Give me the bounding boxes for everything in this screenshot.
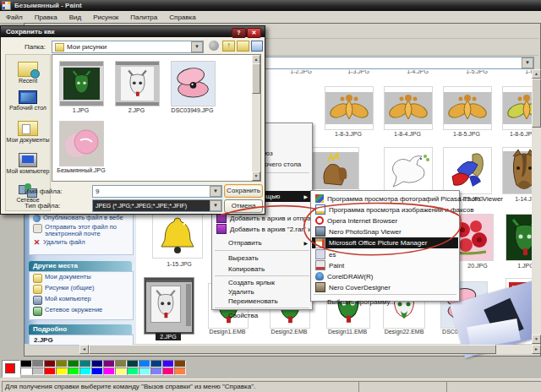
thumbnail-dove[interactable] <box>384 147 433 194</box>
menu-file[interactable]: Файл <box>0 14 29 21</box>
thumbnail-label[interactable]: 1-8-3.JPG <box>325 131 372 137</box>
palette-swatch[interactable] <box>103 368 115 375</box>
views-button[interactable] <box>251 41 263 52</box>
menu-item-choose-program[interactable]: Выбрать программу... <box>312 297 458 307</box>
palette-swatch[interactable] <box>127 360 139 368</box>
help-button[interactable]: ? <box>232 28 246 38</box>
thumbnail-label[interactable]: Design1.EMB <box>205 329 249 335</box>
palette-swatch[interactable] <box>68 368 79 375</box>
thumbnail-label[interactable]: 1-8-5.JPG <box>443 131 490 137</box>
menu-item-delete[interactable]: Удалить <box>213 287 311 297</box>
palette-swatch[interactable] <box>162 368 174 375</box>
filename-input[interactable]: 9 ▼ <box>92 185 222 198</box>
scroll-right-button[interactable]: ► <box>532 345 541 354</box>
menu-item-create-shortcut[interactable]: Создать ярлык <box>213 278 311 287</box>
thumbnail-squirrel[interactable] <box>312 147 359 194</box>
scroll-left-button[interactable]: ◄ <box>79 345 89 354</box>
palette-swatch[interactable] <box>91 368 103 375</box>
file-label[interactable]: 1.JPG <box>59 107 102 113</box>
other-places-header[interactable]: Другие места <box>29 261 132 271</box>
back-button[interactable] <box>209 41 219 51</box>
folder-combobox[interactable]: Мои рисунки ▼ <box>52 41 204 53</box>
up-one-level-button[interactable]: ↑ <box>222 41 235 52</box>
menu-item-picasa-viewer[interactable]: Программа просмотра фотографий Picasa Ph… <box>312 193 458 204</box>
thumbnail-label[interactable]: 1-8-4.JPG <box>384 131 431 137</box>
menu-image[interactable]: Рисунок <box>87 14 124 21</box>
palette-swatch[interactable] <box>150 360 162 368</box>
place-my-documents[interactable]: Мои документы <box>33 274 131 283</box>
thumbnail-flower[interactable] <box>443 86 492 130</box>
thumbnail-label[interactable]: Design22.EMB <box>380 329 428 335</box>
list-scroll-thumb[interactable] <box>252 63 260 94</box>
palette-swatch[interactable] <box>44 360 56 368</box>
selected-file-thumbnail[interactable] <box>145 278 194 334</box>
file-label[interactable]: DSC03949.JPG <box>171 107 214 113</box>
save-button[interactable]: Сохранить <box>224 184 263 198</box>
file-thumbnail[interactable] <box>171 61 216 106</box>
place-my-documents[interactable]: Мои документы <box>6 121 50 143</box>
menu-item-nero-photosnap[interactable]: Nero PhotoSnap Viewer <box>312 226 458 237</box>
palette-swatch[interactable] <box>162 360 174 368</box>
menu-item-copy[interactable]: Копировать <box>213 264 311 274</box>
task-email-file[interactable]: Отправить этот файл по электронной почте <box>33 224 131 237</box>
palette-swatch[interactable] <box>32 368 44 375</box>
horizontal-scrollbar[interactable]: ◄ ► <box>79 345 541 354</box>
current-color-box[interactable] <box>2 360 20 378</box>
palette-row-1[interactable] <box>20 360 186 368</box>
menu-item-windows-picture-viewer[interactable]: Программа просмотра изображений и факсов <box>312 204 458 215</box>
menu-item-cut[interactable]: Вырезать <box>213 253 311 263</box>
palette-swatch[interactable] <box>115 360 127 368</box>
palette-swatch[interactable] <box>20 368 32 375</box>
address-dropdown-button[interactable]: ▼ <box>522 57 533 68</box>
folder-dropdown-button[interactable]: ▼ <box>191 41 203 52</box>
file-thumbnail[interactable] <box>115 61 160 106</box>
palette-swatch[interactable] <box>56 368 68 375</box>
scroll-down-button[interactable]: ▼ <box>532 335 541 344</box>
list-scrollbar[interactable]: ▲ ▼ <box>252 55 260 181</box>
new-folder-button[interactable] <box>237 41 249 52</box>
place-my-computer[interactable]: Мой компьютер <box>6 153 50 174</box>
palette-swatch[interactable] <box>174 360 186 368</box>
thumbnail-bird[interactable] <box>443 147 492 194</box>
menu-item-properties[interactable]: Свойства <box>213 310 311 320</box>
menu-item-paint[interactable]: Paint <box>312 260 458 270</box>
thumbnail-bell[interactable] <box>152 214 203 259</box>
task-publish-file[interactable]: Опубликовать файл в вебе <box>33 215 131 222</box>
menu-edit[interactable]: Правка <box>29 14 63 21</box>
thumbnail-label[interactable]: Design11.EMB <box>324 329 371 335</box>
file-thumbnail[interactable] <box>59 61 104 106</box>
palette-swatch[interactable] <box>91 360 103 368</box>
thumbnail-label[interactable]: 1-15.JPG <box>156 261 203 267</box>
place-my-computer[interactable]: Мой компьютер <box>33 296 131 305</box>
filetype-combobox[interactable]: JPEG (*.JPG;*.JPEG;*.JPE;*.JFIF) ▼ <box>92 199 222 212</box>
dialog-titlebar[interactable]: Сохранить как ? ✕ <box>1 26 265 37</box>
palette-swatch[interactable] <box>103 360 115 368</box>
scroll-down-button[interactable]: ▼ <box>252 172 260 181</box>
paint-titlebar[interactable]: Безымянный - Paint <box>0 0 541 11</box>
palette-swatch[interactable] <box>139 368 150 375</box>
palette-swatch[interactable] <box>79 360 91 368</box>
menu-palette[interactable]: Палитра <box>124 14 163 21</box>
palette-swatch[interactable] <box>56 360 68 368</box>
file-thumbnail[interactable] <box>59 121 104 166</box>
palette-row-2[interactable] <box>20 368 186 375</box>
file-label[interactable]: Безымянный.JPG <box>54 167 108 173</box>
task-delete-file[interactable]: ✕Удалить файл <box>33 239 131 247</box>
selected-file-label[interactable]: 2.JPG <box>156 333 181 340</box>
palette-swatch[interactable] <box>127 368 139 375</box>
thumbnail-label[interactable]: 20.JPG <box>461 263 495 269</box>
details-header[interactable]: Подробно <box>29 324 132 335</box>
place-shared-pictures[interactable]: Рисунки (общие) <box>33 285 131 294</box>
close-button[interactable]: ✕ <box>247 28 261 38</box>
menu-item-send-to[interactable]: Отправить▶ <box>213 237 311 248</box>
menu-item-opera[interactable]: Opera Internet Browser <box>312 215 458 226</box>
menu-item-coreldraw[interactable]: CorelDRAW(R) <box>312 271 458 281</box>
palette-swatch[interactable] <box>115 368 127 375</box>
menu-item-office-picture-manager[interactable]: Microsoft Office Picture Manager <box>312 237 458 248</box>
palette-swatch[interactable] <box>68 360 79 368</box>
file-label[interactable]: 2.JPG <box>115 107 158 113</box>
place-network[interactable]: Сетевое окружение <box>33 307 131 316</box>
menu-item-es[interactable]: es <box>312 249 458 259</box>
thumbnail-label[interactable]: Design2.EMB <box>267 329 311 335</box>
palette-swatch[interactable] <box>20 360 32 368</box>
